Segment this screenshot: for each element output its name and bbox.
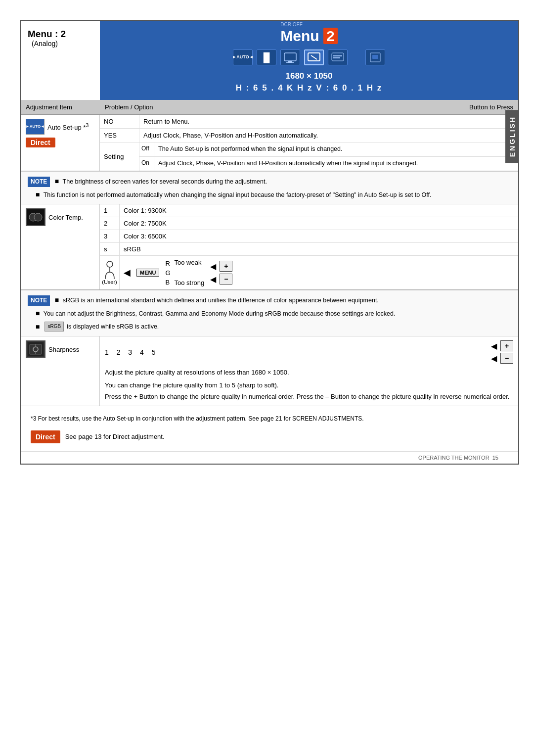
svg-rect-1 (288, 61, 292, 62)
svg-rect-6 (333, 55, 342, 56)
menu-button[interactable]: MENU (136, 269, 159, 277)
too-weak: Too weak (175, 259, 205, 266)
too-strong: Too strong (175, 279, 205, 286)
sharpness-pm: ◀ + ◀ − (491, 340, 513, 364)
rgb-desc: Too weak Too strong (175, 259, 205, 286)
color-temp-label: Color Temp. (48, 214, 83, 221)
color-1-num: 1 (100, 204, 120, 217)
col-button: Button to Press (434, 103, 513, 111)
direct-footer-desc: See page 13 for Direct adjustment. (65, 432, 165, 442)
direct-badge-autosetup: Direct (26, 138, 55, 147)
sharpness-left: Sharpness (21, 336, 100, 406)
auto-setting-row: Setting Off The Auto Set-up is not perfo… (100, 142, 518, 171)
svg-rect-0 (284, 53, 296, 61)
color-temp-icon (26, 208, 45, 226)
off-content: The Auto Set-up is not performed when th… (154, 142, 518, 156)
header-icons: ►AUTO◄ ▐▌ (233, 49, 385, 65)
rgb-b: B (165, 279, 170, 286)
page-footer: OPERATING THE MONITOR 15 (21, 451, 518, 464)
color-temp-left: Color Temp. (21, 204, 100, 289)
note-label-2: NOTE (28, 295, 50, 306)
auto-setup-row: ►AUTO◄ Auto Set-up *3 Direct NO Return t… (21, 115, 518, 171)
auto-yes-label: YES (100, 129, 139, 142)
column-headers: Adjustment Item Problem / Option Button … (21, 100, 518, 115)
auto-setting-label: Setting (100, 142, 139, 171)
icon-1: ▐▌ (257, 49, 276, 65)
color-temp-row: Color Temp. 1 Color 1: 9300K 2 Color 2: … (21, 204, 518, 290)
col-problem: Problem / Option (105, 103, 434, 111)
icon-2 (280, 49, 300, 65)
color-1-row: 1 Color 1: 9300K (100, 204, 518, 217)
auto-no-content: Return to Menu. (139, 115, 518, 128)
on-label: On (139, 157, 154, 171)
footnote: *3 For best results, use the Auto Set-up… (31, 414, 508, 424)
rgb-g: G (165, 269, 170, 277)
menu-title-left: Menu : 2 (28, 29, 93, 40)
color-s-label: sRGB (120, 243, 518, 255)
page-label: OPERATING THE MONITOR (418, 455, 490, 461)
minus-button-rgb[interactable]: − (220, 274, 232, 284)
srgb-icon-inline: sRGB (44, 322, 64, 331)
icon-5 (365, 49, 385, 65)
color-3-row: 3 Color 3: 6500K (100, 230, 518, 243)
analog-label: (Analog) (32, 40, 93, 47)
note2-box: NOTE ■ sRGB is an international standard… (21, 290, 518, 336)
header-blue-block: DCR OFF Menu 2 ►AUTO◄ ▐▌ (100, 21, 518, 100)
page-number: 15 (492, 455, 498, 461)
plus-sharpness[interactable]: + (500, 340, 513, 351)
color-user-icon: (User) (100, 256, 120, 289)
dcr-label: DCR OFF (280, 22, 302, 27)
auto-setup-cell-right: NO Return to Menu. YES Adjust Clock, Pha… (100, 115, 518, 171)
direct-badge-footer: Direct (31, 430, 60, 443)
sharpness-desc1: Adjust the picture quality at resolution… (105, 368, 513, 378)
color-2-num: 2 (100, 217, 120, 230)
auto-setup-label: Auto Set-up *3 (47, 122, 89, 131)
color-rgb-area: ◀ MENU R G B Too weak Too strong (120, 256, 518, 289)
arrow-strong: ◀ (210, 275, 216, 284)
auto-yes-content: Adjust Clock, Phase, V-Position and H-Po… (139, 129, 518, 142)
menu-title-blue: Menu 2 (280, 28, 337, 45)
arrow-weak: ◀ (210, 262, 216, 271)
english-label: ENGLISH (505, 110, 519, 163)
on-content: Adjust Clock, Phase, V-Position and H-Po… (154, 157, 518, 171)
sharpness-desc3: Press the + Button to change the picture… (105, 392, 513, 402)
note1-box: NOTE ■ The brightness of screen varies f… (21, 171, 518, 205)
auto-setting-content: Off The Auto Set-up is not performed whe… (139, 142, 518, 171)
plus-button-rgb[interactable]: + (220, 261, 232, 272)
auto-setup-cell-left: ►AUTO◄ Auto Set-up *3 Direct (21, 115, 100, 171)
resolution: 1680 × 1050 (285, 71, 332, 81)
col-adjustment: Adjustment Item (26, 103, 105, 111)
svg-rect-2 (286, 62, 294, 63)
svg-rect-9 (372, 55, 378, 59)
color-s-num: s (100, 243, 120, 255)
color-2-label: Color 2: 7500K (120, 217, 518, 230)
sharpness-right: 1 2 3 4 5 ◀ + ◀ − Adjust the picture qua… (100, 336, 518, 406)
icon-3 (304, 49, 324, 65)
sharpness-row: Sharpness 1 2 3 4 5 ◀ + ◀ − Adjust the p (21, 336, 518, 406)
note1-line1: NOTE ■ The brightness of screen varies f… (28, 176, 511, 187)
footer-area: *3 For best results, use the Auto Set-up… (21, 406, 518, 452)
color-user-label: (User) (102, 279, 117, 285)
color-3-num: 3 (100, 230, 120, 242)
header-section: Menu : 2 (Analog) DCR OFF Menu 2 ►AUTO◄ … (21, 21, 518, 100)
color-2-row: 2 Color 2: 7500K (100, 217, 518, 230)
sharpness-desc2: You can change the picture quality from … (105, 380, 513, 390)
rgb-labels: R G B (165, 260, 170, 286)
direct-footer: Direct See page 13 for Direct adjustment… (31, 430, 508, 443)
note2-line3: ■ sRGB is displayed while sRGB is active… (36, 321, 511, 332)
color-1-label: Color 1: 9300K (120, 204, 518, 217)
frequency: H : 6 5 . 4 K H z V : 6 0 . 1 H z (236, 83, 383, 93)
svg-rect-5 (332, 53, 344, 61)
note1-line2: ■ This function is not performed automat… (36, 189, 511, 200)
icon-4 (328, 49, 348, 65)
color-3-label: Color 3: 6500K (120, 230, 518, 242)
minus-sharpness[interactable]: − (500, 353, 513, 364)
sharpness-label: Sharpness (48, 346, 79, 353)
rgb-r: R (165, 260, 170, 267)
color-temp-right: 1 Color 1: 9300K 2 Color 2: 7500K 3 Colo… (100, 204, 518, 289)
arrow-menu: ◀ (124, 267, 131, 278)
rgb-buttons: ◀ + ◀ − (210, 261, 232, 284)
svg-point-15 (107, 261, 113, 267)
sharpness-scale: 1 2 3 4 5 (105, 348, 159, 356)
svg-rect-7 (333, 57, 340, 58)
